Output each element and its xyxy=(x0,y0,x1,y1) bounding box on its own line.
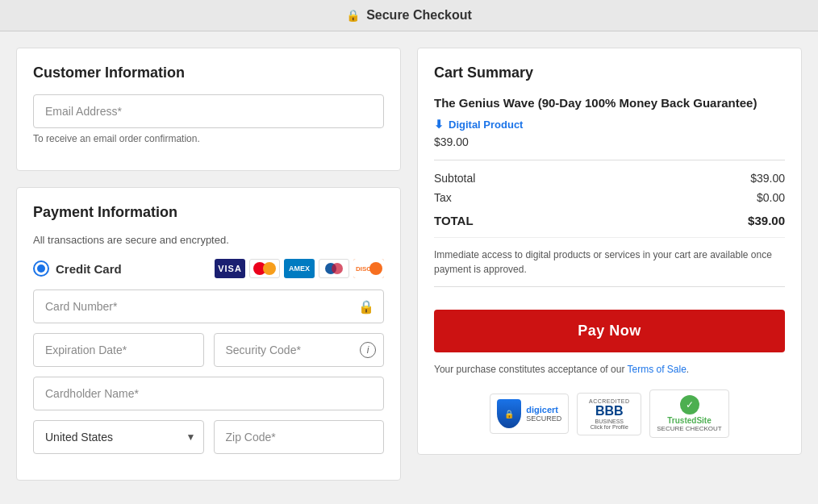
country-select[interactable]: United States Canada United Kingdom Aust… xyxy=(33,420,204,454)
trusted-site-text: TrustedSite xyxy=(667,416,711,425)
cardholder-name-input[interactable] xyxy=(33,377,384,410)
terms-prefix: Your purchase constitutes acceptance of … xyxy=(434,364,628,375)
email-hint: To receive an email order confirmation. xyxy=(33,133,384,144)
digital-product-label: ⬇ Digital Product xyxy=(434,118,785,131)
zip-wrap xyxy=(214,420,385,454)
digicert-name: digicert xyxy=(526,405,561,414)
subtotal-row: Subtotal $39.00 xyxy=(434,172,785,185)
expiry-security-group: i xyxy=(33,333,384,367)
card-logos: VISA AMEX xyxy=(215,259,384,278)
visa-logo: VISA xyxy=(215,259,245,278)
security-code-input[interactable] xyxy=(214,333,385,367)
svg-point-4 xyxy=(369,262,382,275)
cart-summary-title: Cart Summary xyxy=(434,65,785,81)
terms-end: . xyxy=(687,364,689,375)
credit-card-label-text: Credit Card xyxy=(56,262,122,276)
trusted-secure-text: SECURE CHECKOUT xyxy=(657,425,721,432)
trust-badges: 🔒 digicert SECURED ACCREDITED BBB BUSINE… xyxy=(434,389,785,438)
payment-info-card: Payment Information All transactions are… xyxy=(16,187,401,481)
trusted-site-badge: ✓ TrustedSite SECURE CHECKOUT xyxy=(649,389,728,438)
discover-logo: DISC xyxy=(353,259,384,278)
radio-inner xyxy=(37,264,45,273)
credit-card-option[interactable]: Credit Card xyxy=(33,260,122,277)
left-panel: Customer Information To receive an email… xyxy=(16,48,401,497)
lock-icon: 🔒 xyxy=(346,9,360,22)
mastercard-logo xyxy=(249,259,280,278)
payment-info-title: Payment Information xyxy=(33,204,384,221)
bbb-business-text: BUSINESS xyxy=(595,419,624,424)
zip-code-input[interactable] xyxy=(214,420,385,454)
country-wrap: United States Canada United Kingdom Aust… xyxy=(33,420,204,454)
right-panel: Cart Summary The Genius Wave (90-Day 100… xyxy=(417,48,802,497)
expiry-wrap xyxy=(33,333,204,367)
main-layout: Customer Information To receive an email… xyxy=(0,31,818,504)
email-field[interactable] xyxy=(33,94,384,128)
email-form-group: To receive an email order confirmation. xyxy=(33,94,384,144)
product-name: The Genius Wave (90-Day 100% Money Back … xyxy=(434,94,785,111)
payment-method-row: Credit Card VISA AMEX xyxy=(33,259,384,278)
product-price: $39.00 xyxy=(434,135,785,160)
customer-info-title: Customer Information xyxy=(33,65,384,81)
digicert-shield-icon: 🔒 xyxy=(497,399,521,428)
cardholder-group xyxy=(33,377,384,410)
header-title: Secure Checkout xyxy=(366,8,472,23)
separator xyxy=(434,286,785,287)
svg-point-1 xyxy=(332,263,343,274)
trusted-checkmark-icon: ✓ xyxy=(680,395,699,414)
access-note: Immediate access to digital products or … xyxy=(434,237,785,277)
bbb-badge: ACCREDITED BBB BUSINESS Click for Profil… xyxy=(577,393,641,435)
card-lock-icon: 🔒 xyxy=(358,299,374,314)
tax-value: $0.00 xyxy=(757,191,785,204)
bbb-click-text: Click for Profile xyxy=(591,424,628,430)
terms-text: Your purchase constitutes acceptance of … xyxy=(434,362,785,377)
digicert-badge: 🔒 digicert SECURED xyxy=(490,394,569,434)
country-zip-group: United States Canada United Kingdom Aust… xyxy=(33,420,384,454)
diners-logo xyxy=(319,259,349,278)
payment-subtitle: All transactions are secure and encrypte… xyxy=(33,234,384,246)
bbb-accredited-text: ACCREDITED xyxy=(589,398,630,404)
tax-label: Tax xyxy=(434,191,452,204)
tax-row: Tax $0.00 xyxy=(434,191,785,204)
pay-now-button[interactable]: Pay Now xyxy=(434,310,785,352)
amex-logo: AMEX xyxy=(284,259,315,278)
digicert-text: digicert SECURED xyxy=(526,405,561,423)
total-label: TOTAL xyxy=(434,214,474,227)
subtotal-label: Subtotal xyxy=(434,172,475,185)
expiry-input[interactable] xyxy=(33,333,204,367)
security-info-icon[interactable]: i xyxy=(360,342,376,358)
cart-summary-card: Cart Summary The Genius Wave (90-Day 100… xyxy=(417,48,802,455)
total-row: TOTAL $39.00 xyxy=(434,210,785,227)
security-wrap: i xyxy=(214,333,385,367)
digicert-secured: SECURED xyxy=(526,414,561,423)
card-number-input[interactable] xyxy=(33,289,384,323)
bbb-logo-text: BBB xyxy=(595,404,624,419)
subtotal-value: $39.00 xyxy=(750,172,785,185)
customer-info-card: Customer Information To receive an email… xyxy=(16,48,401,171)
digital-product-text: Digital Product xyxy=(449,119,523,131)
digicert-inner: 🔒 digicert SECURED xyxy=(497,399,561,428)
terms-of-sale-link[interactable]: Terms of Sale xyxy=(628,364,687,375)
credit-card-radio[interactable] xyxy=(33,260,49,277)
checkout-header: 🔒 Secure Checkout xyxy=(0,0,818,31)
total-value: $39.00 xyxy=(748,214,785,227)
svg-text:DISC: DISC xyxy=(356,265,371,273)
card-number-group: 🔒 xyxy=(33,289,384,323)
download-icon: ⬇ xyxy=(434,118,444,131)
